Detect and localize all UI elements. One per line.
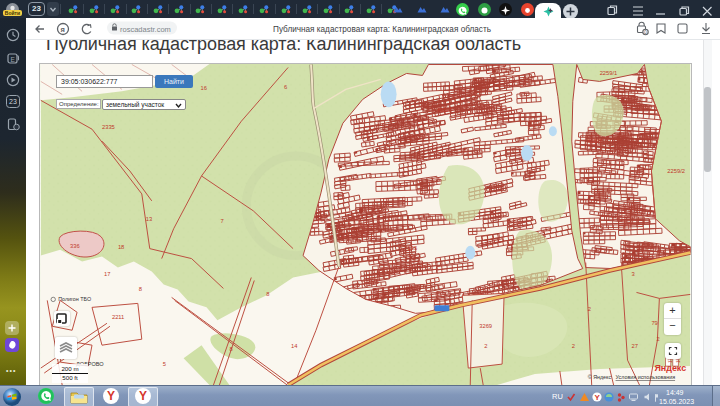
- svg-text:0: 0: [644, 29, 647, 35]
- svg-text:2335: 2335: [101, 124, 114, 130]
- svg-text:135: 135: [407, 244, 417, 250]
- svg-text:7: 7: [220, 217, 223, 223]
- svg-text:2: 2: [656, 336, 659, 342]
- svg-text:2259/2: 2259/2: [667, 167, 685, 173]
- svg-text:Y: Y: [595, 393, 601, 402]
- svg-text:Условия использования: Условия использования: [615, 374, 675, 380]
- svg-text:16: 16: [200, 85, 206, 91]
- svg-text:18: 18: [117, 243, 123, 249]
- svg-text:2: 2: [484, 343, 487, 349]
- svg-text:2211: 2211: [111, 314, 123, 320]
- svg-text:roscadastr.com: roscadastr.com: [120, 25, 171, 34]
- svg-text:5: 5: [162, 361, 165, 367]
- svg-text:8: 8: [138, 286, 141, 292]
- svg-text:© Яндекс: © Яндекс: [587, 374, 611, 380]
- svg-text:2259/1: 2259/1: [599, 70, 617, 76]
- svg-text:2: 2: [587, 306, 590, 312]
- svg-text:Публичная кадастровая карта: К: Публичная кадастровая карта: Калининград…: [273, 25, 491, 34]
- svg-text:я: я: [61, 25, 65, 34]
- svg-text:3269: 3269: [479, 323, 492, 329]
- svg-text:8: 8: [266, 291, 269, 297]
- svg-text:E: E: [11, 56, 16, 63]
- svg-text:336: 336: [70, 242, 80, 248]
- svg-text:13: 13: [145, 215, 151, 221]
- svg-text:79: 79: [651, 320, 657, 326]
- svg-text:8: 8: [229, 346, 232, 352]
- svg-text:17: 17: [103, 271, 109, 277]
- svg-text:615/7: 615/7: [437, 107, 451, 113]
- svg-text:2: 2: [571, 343, 574, 349]
- svg-text:14: 14: [291, 343, 298, 349]
- svg-text:27: 27: [631, 343, 637, 349]
- svg-text:615/7: 615/7: [587, 138, 601, 144]
- svg-text:3: 3: [631, 271, 634, 277]
- svg-text:Полигон ТБО: Полигон ТБО: [58, 296, 91, 302]
- svg-text:6: 6: [284, 84, 287, 90]
